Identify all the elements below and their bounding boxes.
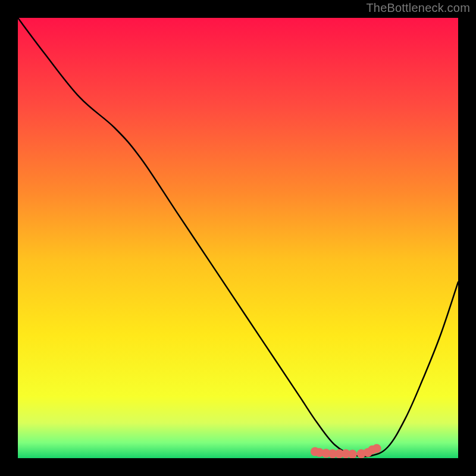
attribution-label: TheBottleneck.com [366,1,470,15]
bottleneck-plot [18,18,458,458]
chart-svg [18,18,458,458]
optimal-marker [372,444,381,453]
gradient-background [18,18,458,458]
chart-frame: TheBottleneck.com [0,0,476,476]
